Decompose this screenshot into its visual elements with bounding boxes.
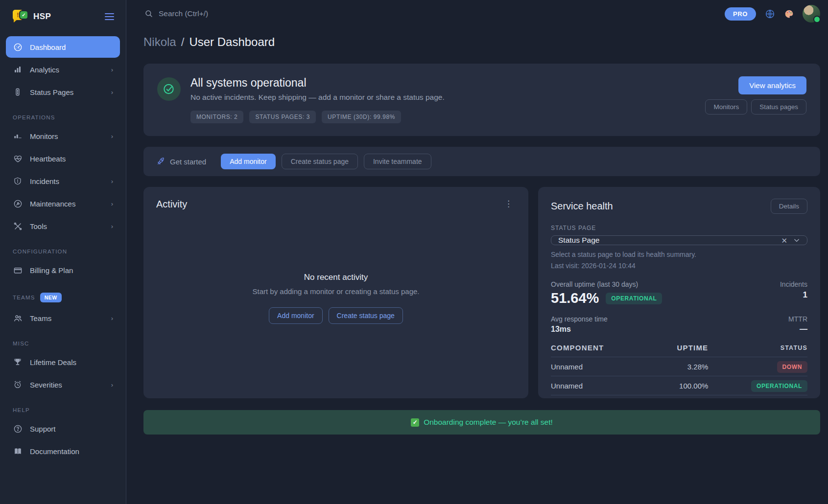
- add-monitor-button[interactable]: Add monitor: [221, 154, 275, 169]
- sidebar-item-billing[interactable]: Billing & Plan: [6, 259, 120, 281]
- sidebar-item-lifetime-deals[interactable]: Lifetime Deals: [6, 351, 120, 373]
- component-header: COMPONENT: [551, 344, 649, 352]
- chevron-right-icon: ›: [111, 315, 113, 322]
- table-header-row: COMPONENT UPTIME STATUS: [551, 341, 807, 357]
- monitors-button[interactable]: Monitors: [705, 99, 747, 115]
- chevron-right-icon: ›: [111, 200, 113, 207]
- sidebar-item-label: Monitors: [30, 132, 58, 140]
- create-status-page-button[interactable]: Create status page: [282, 154, 358, 169]
- hero-title: All systems operational: [190, 76, 695, 90]
- status-hero-card: All systems operational No active incide…: [143, 64, 820, 136]
- search-bar: [143, 8, 725, 19]
- operational-status-badge: OPERATIONAL: [606, 293, 662, 304]
- activity-title: Activity: [156, 199, 187, 210]
- service-health-card: Service health Details STATUS PAGE Statu…: [538, 187, 820, 398]
- credit-card-icon: [13, 265, 23, 275]
- search-input[interactable]: [159, 9, 315, 18]
- status-pages-button[interactable]: Status pages: [751, 99, 806, 115]
- help-icon: [13, 424, 23, 434]
- sidebar-nav: Dashboard Analytics › Status Pages › OPE…: [6, 36, 120, 462]
- sidebar-item-maintenances[interactable]: Maintenances ›: [6, 193, 120, 214]
- avg-response-label: Avg response time: [551, 315, 608, 323]
- table-row: Unnamed 100.00% OPERATIONAL: [551, 376, 807, 395]
- trophy-icon: [13, 357, 23, 367]
- sidebar-item-label: Billing & Plan: [30, 266, 73, 275]
- mttr-value: —: [788, 325, 807, 334]
- sidebar-section-teams: TEAMS NEW: [6, 293, 120, 302]
- sidebar-section-configuration: CONFIGURATION: [6, 249, 120, 254]
- invite-teammate-button[interactable]: Invite teammate: [364, 154, 431, 169]
- sidebar-item-heartbeats[interactable]: Heartbeats: [6, 148, 120, 169]
- shield-alert-icon: [13, 176, 23, 186]
- sidebar-item-analytics[interactable]: Analytics ›: [6, 59, 120, 80]
- user-avatar[interactable]: [803, 5, 820, 23]
- bar-chart-icon: [13, 65, 23, 74]
- sidebar-item-label: Status Pages: [30, 88, 73, 96]
- component-uptime: 3.28%: [649, 363, 722, 371]
- select-helper-text: Select a status page to load its health …: [551, 251, 807, 258]
- operational-status-badge: OPERATIONAL: [751, 380, 807, 392]
- overall-uptime-value: 51.64%: [551, 290, 599, 306]
- sidebar-item-label: Tools: [30, 222, 47, 230]
- sidebar-item-label: Lifetime Deals: [30, 358, 76, 367]
- sidebar-item-severities[interactable]: Severities ›: [6, 374, 120, 395]
- status-page-select[interactable]: Status Page ✕: [551, 235, 807, 245]
- clear-selection-icon[interactable]: ✕: [781, 237, 787, 244]
- heartbeat-icon: [13, 154, 23, 163]
- hero-stat-chips: MONITORS: 2 STATUS PAGES: 3 UPTIME (30D)…: [190, 111, 695, 123]
- check-circle-icon: [157, 77, 181, 101]
- status-page-field-label: STATUS PAGE: [551, 225, 807, 231]
- avg-response-value: 13ms: [551, 325, 608, 334]
- language-globe-icon[interactable]: [764, 8, 775, 19]
- mttr-label: MTTR: [788, 315, 807, 323]
- incidents-value: 1: [780, 290, 807, 300]
- sidebar-item-support[interactable]: Support: [6, 418, 120, 439]
- search-icon: [143, 8, 154, 19]
- topbar-actions: PRO: [725, 5, 820, 23]
- last-visit-text: Last visit: 2026-01-24 10:44: [551, 262, 807, 270]
- sidebar-item-monitors[interactable]: Monitors ›: [6, 125, 120, 147]
- kebab-menu-icon[interactable]: ⋮: [501, 199, 516, 209]
- uptime-chip: UPTIME (30D): 99.98%: [322, 111, 401, 123]
- sidebar-item-incidents[interactable]: Incidents ›: [6, 170, 120, 192]
- components-table: COMPONENT UPTIME STATUS Unnamed 3.28% DO…: [551, 341, 807, 395]
- sidebar-item-status-pages[interactable]: Status Pages ›: [6, 81, 120, 103]
- activity-empty-state: No recent activity Start by adding a mon…: [156, 210, 516, 387]
- sidebar-item-dashboard[interactable]: Dashboard: [6, 36, 120, 58]
- sidebar-item-label: Severities: [30, 381, 62, 389]
- sidebar-item-label: Incidents: [30, 177, 59, 185]
- sidebar-item-tools[interactable]: Tools ›: [6, 215, 120, 237]
- users-icon: [13, 313, 23, 323]
- status-pages-count-chip: STATUS PAGES: 3: [249, 111, 316, 123]
- view-analytics-button[interactable]: View analytics: [738, 76, 806, 94]
- component-uptime: 100.00%: [649, 382, 722, 390]
- menu-toggle-icon[interactable]: [103, 11, 116, 22]
- chevron-down-icon[interactable]: [793, 237, 800, 244]
- breadcrumb-parent[interactable]: Nikola: [143, 35, 176, 49]
- alarm-clock-icon: [13, 380, 23, 389]
- sidebar-item-documentation[interactable]: Documentation: [6, 440, 120, 462]
- rocket-icon: [156, 157, 165, 166]
- chevron-right-icon: ›: [111, 178, 113, 185]
- chevron-right-icon: ›: [111, 89, 113, 96]
- empty-create-status-page-button[interactable]: Create status page: [329, 307, 403, 324]
- service-health-title: Service health: [551, 201, 613, 212]
- sidebar-item-teams[interactable]: Teams ›: [6, 307, 120, 329]
- chevron-right-icon: ›: [111, 133, 113, 140]
- sidebar-item-label: Documentation: [30, 447, 79, 456]
- sidebar-item-label: Maintenances: [30, 200, 75, 208]
- monitor-bars-icon: [13, 131, 23, 141]
- sidebar-item-label: Heartbeats: [30, 155, 66, 163]
- onboarding-message: Onboarding complete — you’re all set!: [424, 418, 553, 427]
- empty-add-monitor-button[interactable]: Add monitor: [269, 307, 322, 324]
- details-button[interactable]: Details: [771, 199, 807, 214]
- breadcrumb-separator: /: [181, 35, 185, 49]
- hero-subtitle: No active incidents. Keep shipping — add…: [190, 93, 695, 102]
- onboarding-banner: ✓ Onboarding complete — you’re all set!: [143, 410, 820, 435]
- theme-palette-icon[interactable]: [783, 8, 794, 19]
- new-badge: NEW: [40, 293, 62, 302]
- component-name: Unnamed: [551, 382, 649, 390]
- status-header: STATUS: [722, 344, 807, 351]
- breadcrumb: Nikola / User Dashboard: [143, 35, 820, 49]
- pro-badge[interactable]: PRO: [725, 7, 756, 21]
